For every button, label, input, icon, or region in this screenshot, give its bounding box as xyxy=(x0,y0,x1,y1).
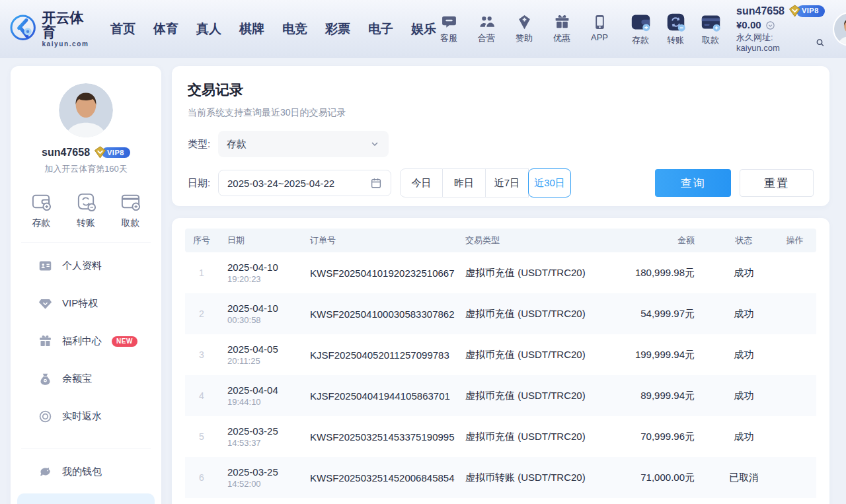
sidebar-quick-取款[interactable]: 取款 xyxy=(120,191,141,229)
row-index: 6 xyxy=(185,472,218,483)
sidebar-quick-转账[interactable]: 转账 xyxy=(75,191,97,229)
row-transaction-type: 虚拟币充值 (USDT/TRC20) xyxy=(456,349,598,361)
header-avatar[interactable] xyxy=(834,13,846,45)
type-select[interactable]: 存款 xyxy=(218,131,389,157)
nav-item[interactable]: 体育 xyxy=(153,20,178,38)
table-row: 52025-03-2514:53:37KWSF20250325145337519… xyxy=(185,416,816,457)
date-range-input[interactable]: 2025-03-24~2025-04-22 xyxy=(218,170,391,196)
row-status: 成功 xyxy=(697,390,773,402)
nav-item[interactable]: 电竞 xyxy=(282,20,307,38)
date-value: 2025-04-10 xyxy=(227,262,298,273)
date-value: 2025-04-05 xyxy=(227,343,298,355)
wallet-tile-icon xyxy=(631,12,651,32)
nav-item[interactable]: 彩票 xyxy=(325,20,350,38)
transfer-line-icon xyxy=(75,191,97,213)
nav-item[interactable]: 首页 xyxy=(110,20,135,38)
row-order-number: KJSF202504052011257099783 xyxy=(301,349,456,361)
time-value: 00:30:58 xyxy=(227,315,298,325)
wallet-action-取款[interactable]: 取款 xyxy=(698,12,723,46)
time-value: 20:11:25 xyxy=(227,356,298,366)
column-header-订单号: 订单号 xyxy=(301,234,456,246)
row-order-number: KWSF202504101920232510667 xyxy=(301,268,456,279)
date-filter-label: 日期: xyxy=(188,177,218,190)
top-icon-phone[interactable]: APP xyxy=(587,14,612,44)
wallet-action-转账[interactable]: 转账 xyxy=(663,12,688,46)
piggy-bank-icon xyxy=(38,465,52,479)
kaiyun-logo-icon xyxy=(9,14,36,44)
column-header-操作: 操作 xyxy=(773,234,816,246)
row-amount: 199,999.94元 xyxy=(598,349,697,361)
sidebar-item-VIP特权[interactable]: VIP特权 xyxy=(11,285,161,322)
row-status: 成功 xyxy=(697,267,773,279)
row-order-number: KWSF202503251452006845854 xyxy=(301,472,456,484)
join-days-note: 加入开云体育第160天 xyxy=(11,163,161,175)
row-index: 1 xyxy=(185,268,218,278)
vip-gem-icon xyxy=(788,5,801,17)
quick-action-label: 转账 xyxy=(77,217,95,229)
sidebar-item-余额宝[interactable]: 余额宝 xyxy=(11,360,161,398)
top-icon-sponsor[interactable]: 赞助 xyxy=(512,14,537,44)
sidebar-item-交易记录[interactable]: 交易记录 xyxy=(17,493,155,504)
transactions-table-card: 序号日期订单号交易类型金额状态操作 12025-04-1019:20:23KWS… xyxy=(172,218,829,504)
row-order-number: KWSF202503251453375190995 xyxy=(301,431,456,443)
row-order-number: KWSF202504100030583307862 xyxy=(301,308,456,320)
top-icon-partners[interactable]: 合营 xyxy=(474,14,499,44)
query-button[interactable]: 查询 xyxy=(655,169,731,197)
site-logo[interactable]: 开云体育 kaiyun.com xyxy=(9,11,92,48)
preset-近7日[interactable]: 近7日 xyxy=(486,168,529,198)
balance-dropdown-icon[interactable] xyxy=(765,20,775,30)
preset-今日[interactable]: 今日 xyxy=(400,168,443,198)
sidebar-item-实时返水[interactable]: 实时返水 xyxy=(11,398,161,435)
row-status: 成功 xyxy=(697,308,773,320)
wallet-action-label: 转账 xyxy=(667,34,684,46)
nav-item[interactable]: 电子 xyxy=(368,20,393,38)
sidebar-item-个人资料[interactable]: 个人资料 xyxy=(11,247,161,285)
preset-近30日[interactable]: 近30日 xyxy=(528,168,571,198)
sidebar-quick-actions: 存款转账取款 xyxy=(11,191,161,229)
sidebar-wallet-menu: 我的钱包交易记录 xyxy=(11,449,161,504)
card-tile-icon xyxy=(701,12,721,32)
wallet-action-label: 存款 xyxy=(632,34,649,46)
wallet-action-存款[interactable]: 存款 xyxy=(628,12,653,46)
search-icon[interactable] xyxy=(816,38,825,48)
date-preset-group: 今日昨日近7日近30日 xyxy=(400,168,571,198)
top-icon-label: APP xyxy=(591,32,608,42)
top-bar: 开云体育 kaiyun.com 首页体育真人棋牌电竞彩票电子娱乐 客服合营赞助优… xyxy=(0,0,846,58)
chat-icon xyxy=(441,14,457,30)
sponsor-icon xyxy=(516,14,533,30)
top-icon-gift[interactable]: 优惠 xyxy=(549,14,574,44)
date-value: 2025-03-25 xyxy=(227,425,298,437)
row-amount: 70,999.96元 xyxy=(598,431,697,443)
sidebar: sun47658 VIP8 加入开云体育第160天 存款转账取款 个人资料VIP… xyxy=(11,66,161,504)
top-icon-label: 优惠 xyxy=(553,32,570,44)
row-date: 2025-03-2514:52:00 xyxy=(218,466,301,489)
reset-button[interactable]: 重置 xyxy=(740,169,814,197)
row-order-number: KJSF202504041944105863701 xyxy=(301,390,456,402)
row-amount: 89,999.94元 xyxy=(598,390,697,402)
nav-item[interactable]: 棋牌 xyxy=(239,20,264,38)
brand-name: 开云体育 xyxy=(42,11,92,40)
money-bag-icon xyxy=(38,372,52,386)
chevron-down-icon xyxy=(369,139,380,149)
top-icon-chat[interactable]: 客服 xyxy=(436,14,461,44)
nav-item[interactable]: 娱乐 xyxy=(411,20,436,38)
sidebar-item-label: 个人资料 xyxy=(62,260,102,272)
calendar-icon xyxy=(370,177,382,189)
row-date: 2025-04-0419:44:10 xyxy=(218,384,301,407)
sidebar-item-label: 我的钱包 xyxy=(62,466,102,478)
date-range-value: 2025-03-24~2025-04-22 xyxy=(227,178,334,189)
table-row: 12025-04-1019:20:23KWSF20250410192023251… xyxy=(185,252,816,293)
nav-item[interactable]: 真人 xyxy=(196,20,221,38)
sidebar-vip-badge[interactable]: VIP8 xyxy=(94,146,130,159)
profile-avatar[interactable] xyxy=(59,83,113,137)
transfer-tile-icon xyxy=(666,12,686,32)
vip-badge[interactable]: VIP8 xyxy=(788,5,825,17)
sidebar-quick-存款[interactable]: 存款 xyxy=(30,191,52,229)
sidebar-item-我的钱包[interactable]: 我的钱包 xyxy=(11,453,161,491)
preset-昨日[interactable]: 昨日 xyxy=(443,168,486,198)
sidebar-item-福利中心[interactable]: 福利中心NEW xyxy=(11,322,161,360)
row-index: 5 xyxy=(185,431,218,442)
type-select-value: 存款 xyxy=(227,138,247,151)
table-row: 42025-04-0419:44:10KJSF20250404194410586… xyxy=(185,375,816,416)
row-amount: 71,000.00元 xyxy=(598,472,697,484)
